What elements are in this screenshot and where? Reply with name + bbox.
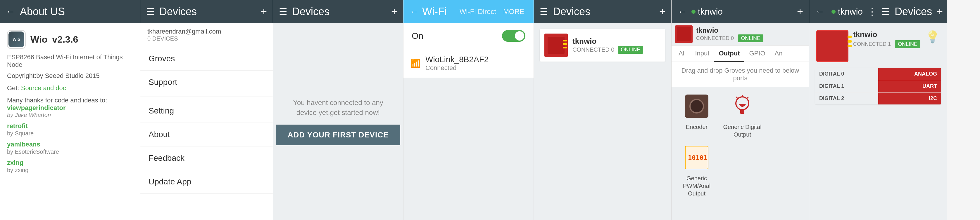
device-online-badge: ONLINE [618, 46, 643, 54]
port-digital-2: DIGITAL 2 [815, 92, 878, 104]
about-title: About US [20, 6, 65, 18]
grove-digital-output[interactable]: Generic Digital Output [722, 92, 763, 138]
yamlbeans-link[interactable]: yamlbeans [7, 141, 40, 148]
copyright: Copyright:by Seeed Studio 2015 [7, 72, 133, 80]
wifi-back-icon[interactable]: ← [409, 6, 418, 17]
panel-output: ← tknwio + tknwio CONNECTED 0 ONLINE All… [671, 0, 809, 220]
zxing-link[interactable]: zxing [7, 159, 23, 166]
user-devices-count: 0 DEVICES [147, 35, 266, 42]
devices-connected-header: ☰ Devices + [534, 0, 671, 23]
devices-last-online-dot [832, 9, 835, 14]
tab-all[interactable]: All [674, 46, 690, 62]
wifi-more-tab[interactable]: MORE [500, 5, 528, 18]
device-thumbnail [544, 33, 568, 57]
output-back-icon[interactable]: ← [678, 6, 687, 17]
grove-encoder[interactable]: Encoder [676, 92, 717, 138]
last-device-info-area: tknwio CONNECTED 1 ONLINE 💡 [813, 27, 943, 66]
svg-rect-6 [677, 27, 691, 41]
back-icon[interactable]: ← [6, 6, 15, 17]
grove-items-grid: Encoder Generic Digital Output [671, 87, 809, 202]
device-card-info: tknwio CONNECTED 0 ONLINE [573, 37, 661, 54]
connector-1 [848, 36, 852, 38]
output-online-badge: ONLINE [738, 35, 764, 42]
last-online-badge: ONLINE [895, 40, 920, 48]
device-card-tknwio[interactable]: tknwio CONNECTED 0 ONLINE [540, 29, 665, 62]
devices-empty-add-icon[interactable]: + [391, 6, 397, 18]
last-device-name: tknwio [853, 30, 920, 39]
get-section: Get: Source and doc [7, 84, 133, 92]
thanks-section: Many thanks for code and ideas to: viewp… [7, 97, 133, 119]
grove-pwm-output[interactable]: 101010 Generic PWM/Anal Output [676, 143, 717, 197]
board-row-1: DIGITAL 1 UART [815, 80, 941, 92]
svg-rect-3 [563, 43, 567, 45]
output-device-area: tknwio [691, 7, 792, 17]
source-link[interactable]: Source and doc [21, 84, 66, 92]
wifi-toggle-area: On [404, 23, 534, 49]
menu-item-groves[interactable]: Groves [140, 47, 273, 71]
port-digital-1: DIGITAL 1 [815, 80, 878, 92]
output-device-thumb [675, 25, 693, 43]
grove-digital-output-label: Generic Digital Output [722, 123, 763, 138]
last-device-text-info: tknwio CONNECTED 1 ONLINE [853, 30, 920, 48]
panel-about: ← About US Wio Wio v2.3.6 ESP8266 Based … [0, 0, 140, 220]
app-version: Wio [30, 34, 47, 45]
get-label: Get: [7, 84, 19, 92]
output-device-name-row: tknwio CONNECTED 0 ONLINE [696, 26, 764, 42]
menu-item-feedback[interactable]: Feedback [140, 146, 273, 170]
grove-digital-output-icon-box [728, 92, 757, 121]
devices-last-add-icon[interactable]: + [937, 6, 943, 18]
devices-last-back-icon[interactable]: ← [815, 6, 824, 17]
viewpager-item: viewpagerindicator by Jake Wharton [7, 104, 133, 119]
wifi-network-item[interactable]: 📶 WioLink_8B2AF2 Connected [404, 49, 534, 78]
tab-output[interactable]: Output [714, 46, 745, 62]
menu-item-about[interactable]: About [140, 123, 273, 146]
encoder-icon [685, 95, 708, 118]
wifi-network-status: Connected [425, 64, 488, 72]
devices-empty-content: You havent connected to any device yet,g… [273, 23, 403, 220]
devices-connected-add-icon[interactable]: + [659, 6, 665, 18]
yamlbeans-by: by EsotericSoftware [7, 149, 133, 155]
add-first-device-button[interactable]: ADD YOUR FIRST DEVICE [276, 125, 401, 145]
menu-hamburger-icon[interactable]: ☰ [146, 6, 155, 17]
devices-last-device-name: tknwio [838, 7, 863, 17]
tab-gpio[interactable]: GPIO [745, 46, 770, 62]
devices-last-menu-icon[interactable]: ☰ [881, 6, 890, 17]
output-online-dot [691, 9, 695, 14]
connector-2 [848, 40, 852, 43]
app-version-number: v2.3.6 [52, 34, 78, 45]
output-device-name: tknwio [698, 7, 723, 17]
tab-an[interactable]: An [770, 46, 788, 62]
menu-item-update-app[interactable]: Update App [140, 170, 273, 194]
wifi-direct-tab[interactable]: Wi-Fi Direct [456, 5, 500, 18]
tab-input[interactable]: Input [690, 46, 714, 62]
panel-devices-last: ← tknwio ⋮ ☰ Devices + tknwio [809, 0, 947, 220]
menu-item-setting[interactable]: Setting [140, 99, 273, 123]
devices-connected-menu-icon[interactable]: ☰ [540, 6, 548, 17]
wifi-signal-icon: 📶 [410, 59, 421, 68]
svg-rect-2 [563, 40, 567, 41]
menu-add-icon[interactable]: + [261, 6, 267, 18]
devices-empty-menu-icon[interactable]: ☰ [279, 6, 287, 17]
devices-last-more-icon[interactable]: ⋮ [867, 6, 877, 17]
wifi-title: Wi-Fi [422, 6, 453, 18]
encoder-knob [689, 99, 704, 114]
devices-empty-title: Devices [292, 6, 387, 18]
user-section: tkhareendran@gmail.com 0 DEVICES [140, 23, 273, 47]
wifi-toggle-label: On [412, 31, 423, 41]
svg-point-7 [736, 97, 749, 110]
grove-pwm-label: Generic PWM/Anal Output [676, 174, 717, 197]
grove-placeholder-icon: 💡 [925, 30, 940, 44]
app-logo: Wio [7, 30, 26, 49]
wifi-toggle-switch[interactable] [502, 30, 525, 42]
menu-item-support[interactable]: Support [140, 71, 273, 94]
output-add-icon[interactable]: + [797, 6, 803, 18]
menu-header: ☰ Devices + [140, 0, 273, 23]
viewpager-link[interactable]: viewpagerindicator [7, 104, 66, 111]
last-device-board [816, 30, 848, 62]
retrofit-link[interactable]: retrofit [7, 122, 28, 130]
zxing-item: zxing by zxing [7, 158, 133, 174]
panel-wifi: ← Wi-Fi Wi-Fi Direct MORE On 📶 WioLink_8… [404, 0, 534, 220]
panel-devices-connected: ☰ Devices + tknwio CONNECTED 0 ONLINE [534, 0, 671, 220]
panel-devices-empty: ☰ Devices + You havent connected to any … [273, 0, 404, 220]
last-device-status: CONNECTED 1 ONLINE [853, 40, 920, 48]
